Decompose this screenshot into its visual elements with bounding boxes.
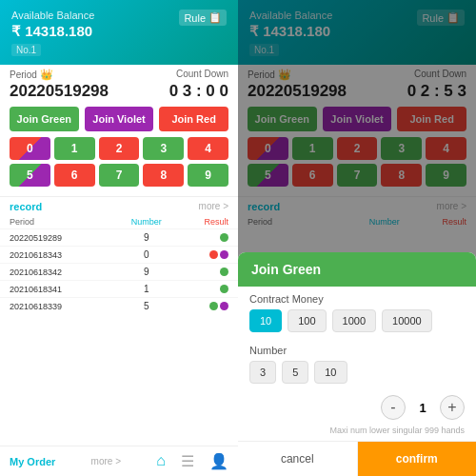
maxi-note: Maxi num lower singular 999 hands [238, 426, 476, 441]
right-panel: Available Balance ₹ 14318.180 Rule 📋 No.… [238, 0, 476, 476]
dot-violet [220, 302, 228, 310]
dot-green [220, 233, 228, 242]
quantity-plus-button[interactable]: + [440, 395, 465, 420]
left-num-3[interactable]: 3 [143, 137, 184, 160]
contract-options: 10 100 1000 10000 [238, 307, 476, 338]
number-options: 3 5 10 [238, 359, 476, 389]
contract-1000-button[interactable]: 1000 [332, 309, 376, 332]
left-num-2[interactable]: 2 [99, 137, 140, 160]
left-countdown-time: 0 3 : 0 0 [169, 82, 228, 101]
dialog-header: Join Green [238, 252, 476, 287]
dot-green [220, 268, 228, 276]
contract-10-button[interactable]: 10 [249, 309, 282, 332]
home-icon[interactable]: ⌂ [156, 452, 166, 470]
table-row: 20210618341 1 [0, 280, 238, 297]
left-period-label: Period 👑 [10, 69, 53, 81]
number-5-button[interactable]: 5 [282, 361, 308, 384]
left-header: Available Balance ₹ 14318.180 Rule 📋 No.… [0, 0, 238, 65]
table-row: 20220519289 9 [0, 228, 238, 246]
contract-10000-button[interactable]: 10000 [382, 309, 432, 332]
left-table-header: Period Number Result [0, 215, 238, 228]
left-num-9[interactable]: 9 [188, 164, 228, 187]
left-num-5[interactable]: 5 [10, 164, 50, 187]
left-period-number: 20220519298 [10, 82, 109, 101]
dot-violet [220, 250, 228, 259]
number-3-button[interactable]: 3 [249, 361, 276, 384]
left-panel: Available Balance ₹ 14318.180 Rule 📋 No.… [0, 0, 238, 476]
left-col-number: Number [119, 217, 174, 227]
left-join-green-button[interactable]: Join Green [10, 107, 79, 131]
confirm-button[interactable]: confirm [358, 442, 477, 476]
left-number-grid: 0 1 2 3 4 5 6 7 8 9 [0, 137, 238, 196]
quantity-value: 1 [413, 401, 432, 415]
left-balance-label: Available Balance [11, 10, 94, 21]
left-col-period: Period [10, 217, 119, 227]
rule-icon: 📋 [208, 11, 222, 24]
left-no-label: No.1 [11, 44, 41, 56]
cancel-button[interactable]: cancel [238, 442, 358, 476]
dialog-footer: cancel confirm [238, 441, 476, 476]
left-bottom-nav: My Order more > ⌂ ☰ 👤 [0, 446, 238, 476]
left-num-0[interactable]: 0 [10, 137, 50, 160]
number-label: Number [238, 338, 476, 359]
left-rule-button[interactable]: Rule 📋 [179, 10, 227, 26]
list-icon[interactable]: ☰ [181, 452, 194, 470]
left-record-title: record [10, 201, 42, 212]
left-balance-amount: ₹ 14318.180 [11, 23, 94, 40]
contract-money-label: Contract Money [238, 287, 476, 307]
left-num-7[interactable]: 7 [99, 164, 140, 187]
left-my-order-label: My Order [10, 456, 55, 467]
left-record-header: record more > [0, 196, 238, 215]
quantity-minus-button[interactable]: - [381, 395, 406, 420]
dot-red [209, 250, 218, 259]
left-countdown-label: Count Down [176, 69, 228, 81]
left-footer-more[interactable]: more > [91, 456, 121, 466]
quantity-row: - 1 + [238, 389, 476, 426]
crown-icon: 👑 [40, 69, 53, 81]
left-num-8[interactable]: 8 [143, 164, 184, 187]
left-num-1[interactable]: 1 [54, 137, 95, 160]
number-10-button[interactable]: 10 [314, 361, 347, 384]
table-row: 20210618339 5 [0, 297, 238, 314]
left-num-6[interactable]: 6 [54, 164, 95, 187]
dot-green [220, 285, 228, 293]
dot-green [209, 302, 218, 310]
contract-100-button[interactable]: 100 [288, 309, 326, 332]
table-row: 20210618342 9 [0, 263, 238, 280]
left-col-result: Result [174, 217, 229, 227]
left-join-violet-button[interactable]: Join Violet [85, 107, 154, 131]
left-join-red-button[interactable]: Join Red [159, 107, 228, 131]
left-join-buttons: Join Green Join Violet Join Red [0, 101, 238, 137]
left-record-more[interactable]: more > [199, 201, 228, 212]
table-row: 20210618343 0 [0, 246, 238, 263]
join-green-dialog: Join Green Contract Money 10 100 1000 10… [238, 252, 476, 476]
user-icon[interactable]: 👤 [209, 452, 228, 470]
left-num-4[interactable]: 4 [188, 137, 228, 160]
